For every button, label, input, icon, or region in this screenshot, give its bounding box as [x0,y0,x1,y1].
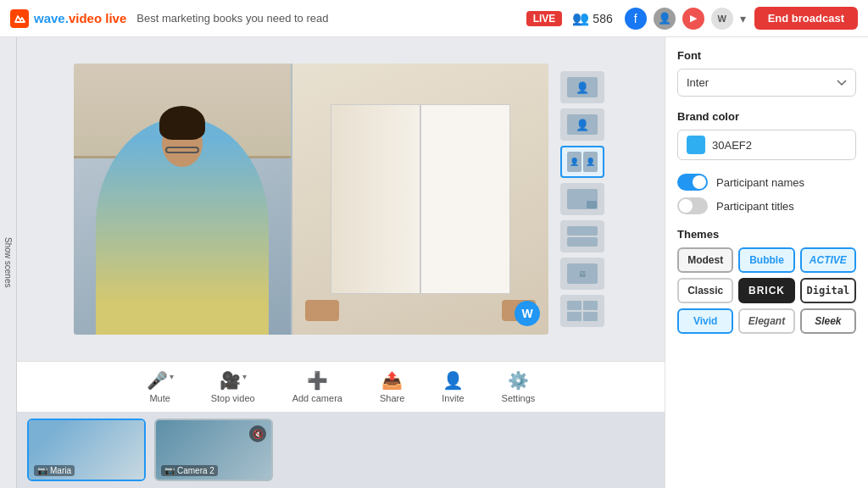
viewer-count: 👥 586 [572,10,612,26]
svg-marker-0 [15,16,25,22]
theme-sleek-button[interactable]: Sleek [800,308,856,334]
stop-video-dropdown-arrow: ▾ [242,372,247,381]
end-broadcast-button[interactable]: End broadcast [754,7,858,30]
brand-color-section: Brand color 30AEF2 [677,110,856,160]
share-button[interactable]: 📤 Share [375,367,409,407]
thumb-cam-icon-0: 📷 [37,466,47,475]
thumb-label-1: 📷 Camera 2 [161,465,218,476]
share-label: Share [380,393,404,403]
brand-color-label: Brand color [677,110,856,123]
layout-split[interactable]: 👤 👤 [560,146,604,178]
mute-dropdown-arrow: ▾ [170,372,174,381]
avatar-group: f 👤 ▶ W ▾ [623,6,748,31]
wave-logo-icon [10,9,29,28]
thumb-muted-icon-1: 🔇 [249,425,266,442]
wave-watermark: W [515,301,540,326]
layout-selector: 👤 👤 👤 👤 [557,66,608,332]
color-value: 30AEF2 [712,139,752,152]
theme-modest-button[interactable]: Modest [677,247,733,273]
participant-names-row: Participant names [677,174,856,191]
share-icon: 📤 [381,370,403,391]
participant-titles-row: Participant titles [677,197,856,214]
layout-stacked[interactable] [560,220,604,252]
logo-area: wave.video live [10,9,126,28]
toolbar: 🎤 ▾ Mute 🎥 ▾ Stop video ➕ Add camera 📤 S… [17,361,665,412]
stop-video-button[interactable]: 🎥 ▾ Stop video [206,367,260,407]
themes-grid: Modest Bubble ACTIVE Classic BRICK Digit… [677,247,856,334]
mute-icon: 🎤 [147,370,168,391]
add-camera-label: Add camera [292,393,342,403]
avatar-user2: ▶ [681,6,706,31]
font-section: Font Inter [677,49,856,97]
video-container: W 👤 👤 👤 👤 [17,37,665,361]
theme-digital-button[interactable]: Digital [800,278,856,303]
invite-label: Invite [442,393,464,403]
main-area: Show scenes [0,37,868,488]
live-badge: LIVE [526,11,563,26]
invite-button[interactable]: 👤 Invite [437,367,469,407]
thumbnail-1[interactable]: 📷 Camera 2 🔇 [154,419,273,481]
mute-button[interactable]: 🎤 ▾ Mute [142,367,179,407]
center-area: W 👤 👤 👤 👤 [17,37,665,488]
viewers-icon: 👥 [572,10,589,26]
settings-icon: ⚙️ [508,370,529,391]
right-panel: Font Inter Brand color 30AEF2 Participan… [665,37,868,488]
stop-video-label: Stop video [211,393,255,403]
thumb-label-0: 📷 Maria [34,465,75,476]
broadcast-title: Best marketing books you need to read [136,12,515,25]
font-section-label: Font [677,49,856,62]
participant-titles-toggle[interactable] [677,197,708,214]
avatar-facebook: f [623,6,648,31]
participant-names-label: Participant names [716,176,804,189]
invite-icon: 👤 [442,370,464,391]
main-video: W [74,64,548,335]
themes-section: Themes Modest Bubble ACTIVE Classic BRIC… [677,228,856,334]
settings-label: Settings [502,393,536,403]
thumbnails-bar: 📷 Maria 📷 Camera 2 🔇 [17,412,665,488]
layout-screen[interactable]: 🖥 [560,258,604,290]
theme-active-button[interactable]: ACTIVE [800,247,856,273]
color-swatch [687,136,705,154]
theme-brick-button[interactable]: BRICK [738,278,794,303]
add-camera-button[interactable]: ➕ Add camera [287,367,348,407]
show-scenes-tab[interactable]: Show scenes [0,37,17,488]
participant-titles-label: Participant titles [716,200,794,213]
font-select[interactable]: Inter [677,69,856,97]
layout-single-right[interactable]: 👤 [560,108,604,141]
avatar-wave: W [709,6,735,31]
theme-bubble-button[interactable]: Bubble [738,247,794,273]
theme-vivid-button[interactable]: Vivid [677,308,733,334]
color-input-row[interactable]: 30AEF2 [677,130,856,160]
thumbnail-0[interactable]: 📷 Maria [27,419,146,481]
themes-label: Themes [677,228,856,241]
layout-single-left[interactable]: 👤 [560,71,604,103]
layout-grid[interactable] [560,295,604,327]
toggles-section: Participant names Participant titles [677,174,856,214]
add-camera-icon: ➕ [307,370,328,391]
participant-names-toggle[interactable] [677,174,708,191]
avatar-dropdown-button[interactable]: ▾ [738,10,748,27]
settings-button[interactable]: ⚙️ Settings [497,367,541,407]
layout-pip[interactable] [560,183,604,215]
thumb-cam-icon-1: 📷 [164,466,175,475]
mute-label: Mute [149,393,170,403]
logo-text: wave.video live [34,11,126,25]
header-right: f 👤 ▶ W ▾ End broadcast [623,6,858,31]
theme-classic-button[interactable]: Classic [677,278,733,303]
stop-video-icon: 🎥 [220,370,241,391]
theme-elegant-button[interactable]: Elegant [738,308,794,334]
header: wave.video live Best marketing books you… [0,0,868,37]
avatar-user1: 👤 [652,6,677,31]
